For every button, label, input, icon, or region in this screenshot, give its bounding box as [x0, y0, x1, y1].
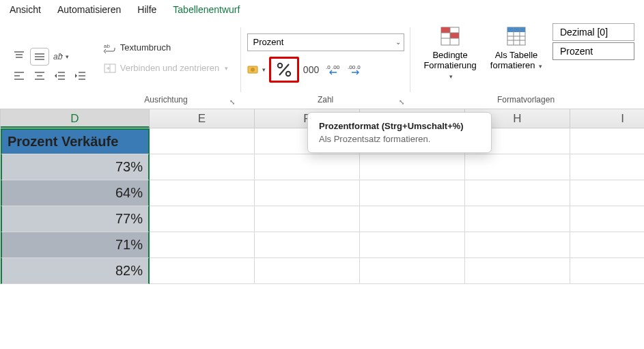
chevron-down-icon: ▾	[449, 73, 453, 80]
cell[interactable]	[150, 154, 255, 180]
svg-rect-38	[507, 27, 525, 32]
increase-indent-button[interactable]	[71, 67, 90, 85]
cell[interactable]	[570, 206, 644, 232]
table-icon	[505, 25, 528, 48]
svg-text:ab: ab	[104, 43, 110, 49]
alignment-launcher[interactable]: ⤡	[229, 98, 235, 106]
cell[interactable]	[150, 258, 255, 284]
cell[interactable]	[360, 206, 465, 232]
thousand-sep-icon: 000	[303, 64, 319, 75]
cell[interactable]	[150, 206, 255, 232]
group-styles: BedingteFormatierung ▾ Als Tabelleformat…	[413, 23, 639, 109]
chevron-down-icon: ▾	[66, 53, 69, 60]
cell[interactable]	[360, 232, 465, 258]
data-cell[interactable]: 73%	[1, 154, 150, 180]
accounting-format-button[interactable]: ▾	[247, 61, 266, 79]
cell[interactable]	[465, 206, 570, 232]
cell[interactable]	[255, 206, 360, 232]
menu-ansicht[interactable]: Ansicht	[10, 4, 41, 15]
decrease-decimal-icon: .00.0	[348, 63, 363, 76]
cell[interactable]	[570, 128, 644, 154]
currency-icon	[247, 64, 261, 76]
style-dezimal[interactable]: Dezimal [0]	[552, 23, 634, 41]
data-cell[interactable]: 71%	[1, 232, 150, 258]
svg-text:.00: .00	[332, 64, 340, 70]
svg-text:.0: .0	[356, 64, 361, 70]
align-center-button[interactable]	[30, 67, 49, 85]
comma-format-button[interactable]: 000	[302, 61, 321, 79]
menu-hilfe[interactable]: Hilfe	[137, 4, 156, 15]
cell[interactable]	[570, 154, 644, 180]
wrap-text-label: Textumbruch	[120, 42, 171, 53]
svg-point-23	[251, 68, 255, 72]
cell[interactable]	[255, 232, 360, 258]
data-cell[interactable]: 82%	[1, 258, 150, 284]
cell[interactable]	[150, 232, 255, 258]
svg-text:ab: ab	[53, 52, 63, 61]
number-launcher[interactable]: ⤡	[399, 98, 404, 106]
svg-rect-33	[450, 33, 459, 38]
merge-center-button[interactable]: Verbinden und zentrieren ▾	[100, 59, 232, 78]
cell[interactable]	[360, 154, 465, 180]
cell[interactable]	[150, 128, 255, 154]
wrap-text-icon: ab	[104, 42, 116, 54]
chevron-down-icon: ▾	[262, 66, 266, 73]
cell[interactable]	[255, 258, 360, 284]
group-label-styles: Formatvorlagen	[497, 95, 555, 104]
menu-bar: Ansicht Automatisieren Hilfe Tabellenent…	[0, 0, 644, 20]
group-label-alignment: Ausrichtung	[144, 95, 187, 104]
cell[interactable]	[570, 232, 644, 258]
column-header-e[interactable]: E	[150, 109, 255, 128]
tooltip-body: Als Prozentsatz formatieren.	[319, 134, 480, 144]
percent-icon	[276, 61, 292, 78]
menu-tabellenentwurf[interactable]: Tabellenentwurf	[173, 4, 240, 15]
svg-line-26	[279, 64, 289, 75]
cell[interactable]	[360, 180, 465, 206]
cell[interactable]	[570, 258, 644, 284]
number-format-value: Prozent	[253, 37, 284, 47]
data-cell[interactable]: 64%	[1, 180, 150, 206]
svg-text:.00: .00	[348, 64, 356, 70]
number-format-dropdown[interactable]: Prozent ⌄	[247, 33, 404, 51]
align-top-button[interactable]	[10, 48, 29, 66]
chevron-down-icon: ⌄	[395, 38, 401, 46]
align-middle-button[interactable]	[30, 48, 49, 66]
decrease-indent-button[interactable]	[51, 67, 70, 85]
style-prozent[interactable]: Prozent	[552, 42, 634, 60]
column-header-i[interactable]: I	[570, 109, 644, 128]
chevron-down-icon: ▾	[225, 65, 228, 72]
cell[interactable]	[570, 180, 644, 206]
orientation-button[interactable]: ab ▾	[51, 48, 70, 66]
cell[interactable]	[255, 180, 360, 206]
data-cell[interactable]: 77%	[1, 206, 150, 232]
cell[interactable]	[255, 154, 360, 180]
table-header-cell[interactable]: Prozent Verkäufe	[1, 128, 150, 154]
svg-point-24	[277, 63, 281, 67]
percent-format-button[interactable]	[269, 57, 299, 83]
align-left-button[interactable]	[10, 67, 29, 85]
cell[interactable]	[465, 154, 570, 180]
svg-text:.0: .0	[326, 64, 331, 70]
cell[interactable]	[465, 232, 570, 258]
menu-automatisieren[interactable]: Automatisieren	[57, 4, 121, 15]
chevron-down-icon: ▾	[539, 63, 542, 70]
conditional-formatting-button[interactable]: BedingteFormatierung ▾	[417, 23, 483, 83]
increase-decimal-icon: .0.00	[326, 63, 341, 76]
cell[interactable]	[465, 258, 570, 284]
merge-center-label: Verbinden und zentrieren	[120, 63, 219, 73]
cell[interactable]	[150, 180, 255, 206]
cell[interactable]	[360, 258, 465, 284]
column-header-d[interactable]: D	[1, 109, 150, 128]
increase-decimal-button[interactable]: .0.00	[324, 61, 343, 79]
ribbon: ab ▾ ab	[0, 20, 644, 109]
group-label-number: Zahl	[318, 95, 333, 104]
wrap-text-button[interactable]: ab Textumbruch	[100, 38, 175, 57]
cell-styles-gallery[interactable]: Dezimal [0] Prozent	[552, 23, 634, 60]
format-as-table-button[interactable]: Als Tabelleformatieren ▾	[486, 23, 547, 72]
conditional-formatting-icon	[438, 25, 462, 48]
decrease-decimal-button[interactable]: .00.0	[346, 61, 365, 79]
svg-point-25	[285, 71, 290, 75]
tooltip-title: Prozentformat (Strg+Umschalt+%)	[319, 121, 480, 131]
group-alignment: ab ▾	[5, 23, 94, 109]
cell[interactable]	[465, 180, 570, 206]
